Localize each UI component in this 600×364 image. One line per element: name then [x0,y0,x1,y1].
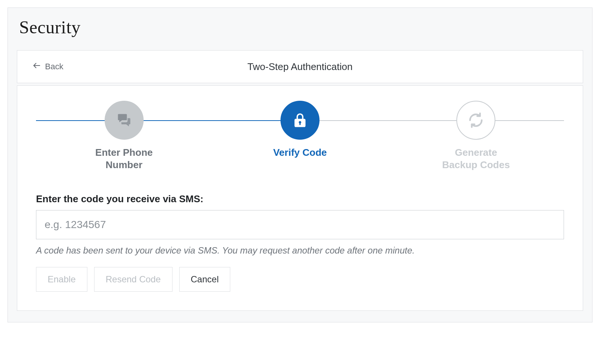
arrow-left-icon [32,61,41,72]
resend-code-button[interactable]: Resend Code [94,267,172,292]
code-input-label: Enter the code you receive via SMS: [36,193,564,205]
security-panel: Security Back Two-Step Authentication [8,7,592,322]
refresh-icon [456,101,495,140]
code-input[interactable] [36,210,564,239]
step-label: Generate Backup Codes [388,146,564,171]
card-title: Two-Step Authentication [248,61,352,73]
back-button[interactable]: Back [32,61,63,72]
page-title: Security [17,9,583,48]
chat-icon [105,101,144,140]
back-label: Back [45,62,63,72]
cancel-button[interactable]: Cancel [179,267,231,292]
wizard-steps: Enter Phone Number Verify Code [36,101,564,171]
lock-icon [280,101,320,140]
step-label: Enter Phone Number [36,146,212,171]
enable-button[interactable]: Enable [36,267,87,292]
step-label: Verify Code [212,146,388,159]
auth-wizard-card: Enter Phone Number Verify Code [17,85,583,311]
step-enter-phone: Enter Phone Number [36,101,212,171]
action-row: Enable Resend Code Cancel [36,267,564,292]
auth-header-card: Back Two-Step Authentication [17,50,583,83]
step-verify-code: Verify Code [212,101,388,171]
code-hint: A code has been sent to your device via … [36,245,564,256]
step-backup-codes: Generate Backup Codes [388,101,564,171]
